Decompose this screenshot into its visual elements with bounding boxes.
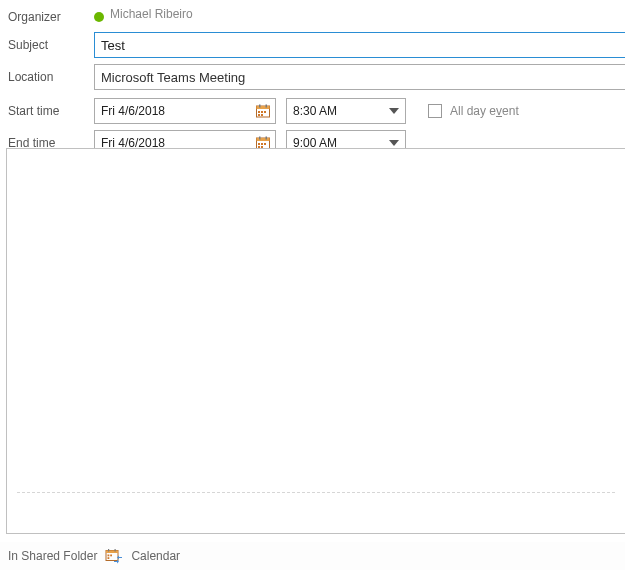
svg-rect-5 xyxy=(261,111,263,113)
svg-rect-12 xyxy=(266,137,268,140)
start-time-value: 8:30 AM xyxy=(293,104,337,118)
svg-rect-10 xyxy=(257,138,270,141)
location-row: Location xyxy=(4,64,625,90)
meeting-body-editor[interactable] xyxy=(6,148,625,534)
subject-row: Subject xyxy=(4,32,625,58)
svg-rect-3 xyxy=(266,105,268,108)
presence-indicator-icon xyxy=(94,12,104,22)
location-label: Location xyxy=(4,70,94,84)
all-day-checkbox[interactable] xyxy=(428,104,442,118)
all-day-event-group: All day event xyxy=(428,104,519,118)
svg-rect-6 xyxy=(264,111,266,113)
svg-rect-22 xyxy=(108,555,110,557)
body-separator xyxy=(17,492,615,493)
shared-calendar-icon xyxy=(105,548,123,564)
calendar-icon xyxy=(255,103,271,119)
shared-folder-label: In Shared Folder xyxy=(8,549,97,563)
svg-rect-14 xyxy=(261,143,263,145)
start-time-row: Start time Fri 4/6/2018 xyxy=(4,98,625,124)
svg-rect-7 xyxy=(258,114,260,116)
svg-rect-24 xyxy=(108,557,110,559)
all-day-label: All day event xyxy=(450,104,519,118)
svg-rect-11 xyxy=(259,137,261,140)
start-date-value: Fri 4/6/2018 xyxy=(101,104,165,118)
svg-rect-19 xyxy=(106,551,118,554)
start-time-picker[interactable]: 8:30 AM xyxy=(286,98,406,124)
svg-rect-21 xyxy=(115,549,116,552)
svg-rect-23 xyxy=(111,555,113,557)
organizer-row: Organizer Michael Ribeiro xyxy=(4,4,625,30)
svg-rect-13 xyxy=(258,143,260,145)
location-input[interactable] xyxy=(94,64,625,90)
svg-rect-20 xyxy=(108,549,109,552)
calendar-name-label: Calendar xyxy=(131,549,180,563)
status-bar: In Shared Folder Calendar xyxy=(0,542,625,570)
svg-rect-1 xyxy=(257,106,270,109)
svg-rect-2 xyxy=(259,105,261,108)
organizer-name: Michael Ribeiro xyxy=(110,9,193,19)
svg-rect-8 xyxy=(261,114,263,116)
svg-rect-15 xyxy=(264,143,266,145)
subject-label: Subject xyxy=(4,38,94,52)
dropdown-caret-icon xyxy=(389,108,399,114)
meeting-form: Organizer Michael Ribeiro Subject Locati… xyxy=(0,0,625,156)
start-date-picker[interactable]: Fri 4/6/2018 xyxy=(94,98,276,124)
organizer-label: Organizer xyxy=(4,10,94,24)
start-time-group: Fri 4/6/2018 8:30 AM xyxy=(94,98,519,124)
subject-input[interactable] xyxy=(94,32,625,58)
start-time-label: Start time xyxy=(4,104,94,118)
svg-rect-4 xyxy=(258,111,260,113)
dropdown-caret-icon xyxy=(389,140,399,146)
